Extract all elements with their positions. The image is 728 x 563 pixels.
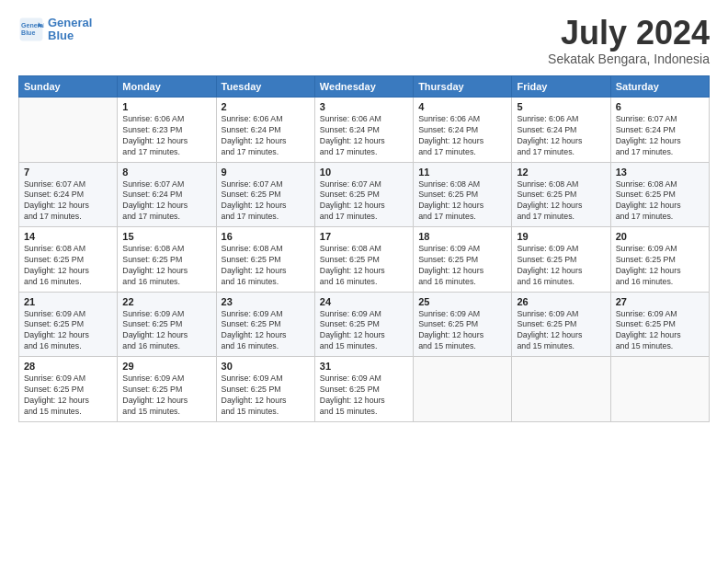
day-info: Sunrise: 6:09 AM Sunset: 6:25 PM Dayligh… <box>122 373 210 418</box>
day-number: 24 <box>320 296 408 307</box>
title-block: July 2024 Sekatak Bengara, Indonesia <box>548 17 710 66</box>
day-info: Sunrise: 6:06 AM Sunset: 6:24 PM Dayligh… <box>517 114 605 158</box>
day-cell: 4Sunrise: 6:06 AM Sunset: 6:24 PM Daylig… <box>414 98 512 163</box>
header-row: SundayMondayTuesdayWednesdayThursdayFrid… <box>19 76 710 98</box>
logo-line1: General <box>48 16 92 29</box>
week-row-2: 7Sunrise: 6:07 AM Sunset: 6:24 PM Daylig… <box>19 162 710 227</box>
day-info: Sunrise: 6:08 AM Sunset: 6:25 PM Dayligh… <box>320 244 408 288</box>
day-cell: 5Sunrise: 6:06 AM Sunset: 6:24 PM Daylig… <box>512 98 610 163</box>
day-number: 27 <box>616 296 704 307</box>
day-info: Sunrise: 6:09 AM Sunset: 6:25 PM Dayligh… <box>517 244 605 288</box>
week-row-4: 21Sunrise: 6:09 AM Sunset: 6:25 PM Dayli… <box>19 292 710 357</box>
header-day-saturday: Saturday <box>610 76 709 98</box>
day-number: 8 <box>122 167 210 178</box>
header-day-thursday: Thursday <box>414 76 512 98</box>
day-number: 5 <box>517 101 605 112</box>
day-number: 3 <box>320 101 408 112</box>
header-day-wednesday: Wednesday <box>314 76 413 98</box>
day-cell: 21Sunrise: 6:09 AM Sunset: 6:25 PM Dayli… <box>19 292 118 357</box>
day-number: 31 <box>320 361 408 372</box>
day-cell <box>414 357 512 422</box>
day-number: 12 <box>517 167 605 178</box>
day-info: Sunrise: 6:09 AM Sunset: 6:25 PM Dayligh… <box>24 373 112 418</box>
day-number: 10 <box>320 167 408 178</box>
day-number: 14 <box>24 231 112 242</box>
day-cell: 22Sunrise: 6:09 AM Sunset: 6:25 PM Dayli… <box>118 292 216 357</box>
page-header: General Blue General Blue July 2024 Seka… <box>18 17 710 66</box>
day-cell: 15Sunrise: 6:08 AM Sunset: 6:25 PM Dayli… <box>118 227 216 293</box>
day-number: 1 <box>122 101 210 112</box>
day-cell: 13Sunrise: 6:08 AM Sunset: 6:25 PM Dayli… <box>610 162 709 227</box>
day-info: Sunrise: 6:09 AM Sunset: 6:25 PM Dayligh… <box>24 309 112 353</box>
day-cell: 28Sunrise: 6:09 AM Sunset: 6:25 PM Dayli… <box>19 357 118 422</box>
day-info: Sunrise: 6:07 AM Sunset: 6:24 PM Dayligh… <box>24 179 112 224</box>
logo: General Blue General Blue <box>18 17 92 43</box>
svg-text:Blue: Blue <box>21 30 35 37</box>
day-cell: 25Sunrise: 6:09 AM Sunset: 6:25 PM Dayli… <box>414 292 512 357</box>
day-cell: 16Sunrise: 6:08 AM Sunset: 6:25 PM Dayli… <box>216 227 314 293</box>
day-info: Sunrise: 6:09 AM Sunset: 6:25 PM Dayligh… <box>320 309 408 353</box>
day-number: 19 <box>517 231 605 242</box>
day-number: 6 <box>616 101 704 112</box>
day-cell: 12Sunrise: 6:08 AM Sunset: 6:25 PM Dayli… <box>512 162 610 227</box>
day-number: 18 <box>418 231 506 242</box>
day-cell: 2Sunrise: 6:06 AM Sunset: 6:24 PM Daylig… <box>216 98 314 163</box>
day-cell: 14Sunrise: 6:08 AM Sunset: 6:25 PM Dayli… <box>19 227 118 293</box>
day-number: 11 <box>418 167 506 178</box>
day-info: Sunrise: 6:06 AM Sunset: 6:24 PM Dayligh… <box>320 114 408 158</box>
header-day-friday: Friday <box>512 76 610 98</box>
day-info: Sunrise: 6:08 AM Sunset: 6:25 PM Dayligh… <box>517 179 605 224</box>
day-number: 30 <box>222 361 310 372</box>
day-cell <box>512 357 610 422</box>
day-cell <box>19 98 118 163</box>
day-info: Sunrise: 6:07 AM Sunset: 6:24 PM Dayligh… <box>122 179 210 224</box>
day-cell: 10Sunrise: 6:07 AM Sunset: 6:25 PM Dayli… <box>314 162 413 227</box>
week-row-1: 1Sunrise: 6:06 AM Sunset: 6:23 PM Daylig… <box>19 98 710 163</box>
day-number: 7 <box>24 167 112 178</box>
day-cell: 3Sunrise: 6:06 AM Sunset: 6:24 PM Daylig… <box>314 98 413 163</box>
day-cell <box>610 357 709 422</box>
location-subtitle: Sekatak Bengara, Indonesia <box>548 52 710 66</box>
day-number: 16 <box>222 231 310 242</box>
day-cell: 18Sunrise: 6:09 AM Sunset: 6:25 PM Dayli… <box>414 227 512 293</box>
day-cell: 7Sunrise: 6:07 AM Sunset: 6:24 PM Daylig… <box>19 162 118 227</box>
day-cell: 19Sunrise: 6:09 AM Sunset: 6:25 PM Dayli… <box>512 227 610 293</box>
day-info: Sunrise: 6:06 AM Sunset: 6:24 PM Dayligh… <box>222 114 310 158</box>
day-cell: 20Sunrise: 6:09 AM Sunset: 6:25 PM Dayli… <box>610 227 709 293</box>
day-info: Sunrise: 6:09 AM Sunset: 6:25 PM Dayligh… <box>222 309 310 353</box>
day-cell: 9Sunrise: 6:07 AM Sunset: 6:25 PM Daylig… <box>216 162 314 227</box>
header-day-sunday: Sunday <box>19 76 118 98</box>
day-number: 29 <box>122 361 210 372</box>
week-row-5: 28Sunrise: 6:09 AM Sunset: 6:25 PM Dayli… <box>19 357 710 422</box>
month-title: July 2024 <box>548 17 710 50</box>
logo-icon: General Blue <box>18 17 44 42</box>
day-number: 4 <box>418 101 506 112</box>
header-day-monday: Monday <box>118 76 216 98</box>
day-number: 21 <box>24 296 112 307</box>
day-info: Sunrise: 6:09 AM Sunset: 6:25 PM Dayligh… <box>320 373 408 418</box>
day-number: 13 <box>616 167 704 178</box>
day-cell: 1Sunrise: 6:06 AM Sunset: 6:23 PM Daylig… <box>118 98 216 163</box>
day-cell: 26Sunrise: 6:09 AM Sunset: 6:25 PM Dayli… <box>512 292 610 357</box>
day-cell: 17Sunrise: 6:08 AM Sunset: 6:25 PM Dayli… <box>314 227 413 293</box>
header-day-tuesday: Tuesday <box>216 76 314 98</box>
day-info: Sunrise: 6:09 AM Sunset: 6:25 PM Dayligh… <box>122 309 210 353</box>
day-cell: 29Sunrise: 6:09 AM Sunset: 6:25 PM Dayli… <box>118 357 216 422</box>
day-info: Sunrise: 6:06 AM Sunset: 6:23 PM Dayligh… <box>122 114 210 158</box>
day-cell: 27Sunrise: 6:09 AM Sunset: 6:25 PM Dayli… <box>610 292 709 357</box>
day-info: Sunrise: 6:09 AM Sunset: 6:25 PM Dayligh… <box>616 309 704 353</box>
day-cell: 30Sunrise: 6:09 AM Sunset: 6:25 PM Dayli… <box>216 357 314 422</box>
day-info: Sunrise: 6:07 AM Sunset: 6:25 PM Dayligh… <box>320 179 408 224</box>
day-info: Sunrise: 6:09 AM Sunset: 6:25 PM Dayligh… <box>222 373 310 418</box>
day-number: 2 <box>222 101 310 112</box>
day-number: 23 <box>222 296 310 307</box>
calendar-table: SundayMondayTuesdayWednesdayThursdayFrid… <box>18 75 710 422</box>
day-cell: 24Sunrise: 6:09 AM Sunset: 6:25 PM Dayli… <box>314 292 413 357</box>
day-number: 26 <box>517 296 605 307</box>
day-info: Sunrise: 6:08 AM Sunset: 6:25 PM Dayligh… <box>222 244 310 288</box>
day-info: Sunrise: 6:06 AM Sunset: 6:24 PM Dayligh… <box>418 114 506 158</box>
day-number: 25 <box>418 296 506 307</box>
day-cell: 6Sunrise: 6:07 AM Sunset: 6:24 PM Daylig… <box>610 98 709 163</box>
day-info: Sunrise: 6:09 AM Sunset: 6:25 PM Dayligh… <box>517 309 605 353</box>
day-number: 28 <box>24 361 112 372</box>
